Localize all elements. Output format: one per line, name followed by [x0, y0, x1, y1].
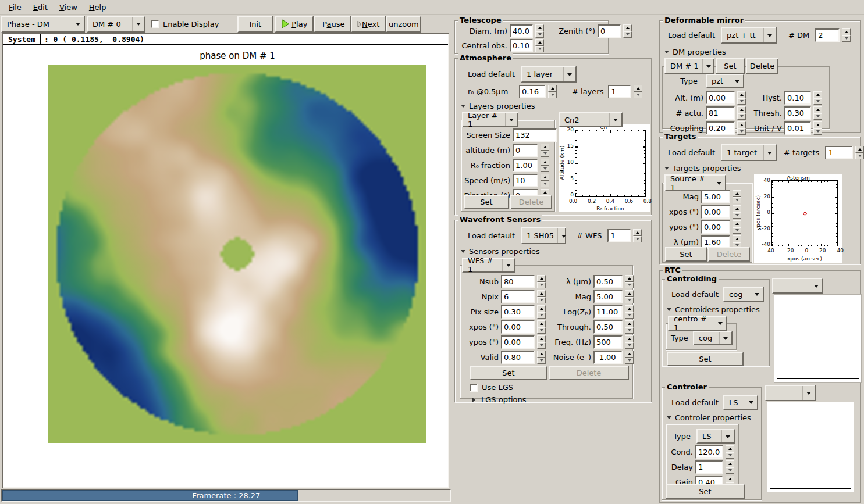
display-type-combo[interactable]: Phase - DM	[1, 16, 85, 33]
diam-input[interactable]	[510, 24, 533, 38]
menu-file[interactable]: File	[3, 1, 27, 13]
mag-spin-buttons[interactable]	[625, 290, 634, 303]
ypos-input[interactable]	[501, 335, 535, 349]
ypos-spin-buttons[interactable]	[537, 335, 546, 349]
xpos-spin-buttons[interactable]	[537, 320, 546, 334]
targets-load-default-combo[interactable]: 1 target	[721, 144, 777, 161]
mag-spin-buttons[interactable]	[733, 190, 741, 203]
through-input[interactable]	[593, 320, 623, 334]
wfs-load-default-combo[interactable]: 1 SH05	[521, 227, 566, 244]
npix-input[interactable]	[501, 290, 535, 303]
xpos-spin-buttons[interactable]	[733, 205, 741, 219]
controler-load-default-combo[interactable]: LS	[723, 395, 758, 410]
mag-input[interactable]	[701, 190, 730, 203]
zenith-input[interactable]	[598, 24, 621, 38]
thresh-input[interactable]	[784, 106, 811, 120]
lgs-options-expander[interactable]: LGS options	[471, 395, 527, 404]
targets-count-spin[interactable]	[855, 146, 864, 159]
unit-v-input[interactable]	[784, 121, 811, 135]
alt-spin-buttons[interactable]	[737, 91, 746, 105]
targets-count-input[interactable]	[825, 146, 853, 159]
layers-properties-expander[interactable]: Layers properties	[461, 102, 535, 110]
centroiders-properties-expander[interactable]: Centroiders properties	[667, 305, 760, 314]
delay-spin-buttons[interactable]	[726, 460, 734, 474]
controler-type-combo[interactable]: LS	[696, 429, 735, 444]
lambda-spin-buttons[interactable]	[625, 275, 634, 288]
targets-delete-button[interactable]: Delete	[708, 247, 750, 262]
speed-spin-buttons[interactable]	[541, 174, 549, 187]
use-lgs-checkbox[interactable]	[470, 384, 478, 392]
centroiding-load-default-combo[interactable]: cog	[723, 287, 764, 302]
dm-load-default-combo[interactable]: pzt + tt	[721, 27, 777, 44]
controler-properties-expander[interactable]: Controler properties	[667, 413, 751, 422]
alt-input[interactable]	[706, 91, 735, 105]
menu-edit[interactable]: Edit	[28, 1, 53, 13]
sensors-properties-expander[interactable]: Sensors properties	[461, 247, 540, 256]
play-button[interactable]: Play	[275, 16, 314, 33]
nsub-spin-buttons[interactable]	[537, 275, 546, 288]
log-zp-spin-buttons[interactable]	[625, 305, 634, 319]
dm-set-button[interactable]: Set	[716, 58, 745, 74]
targets-properties-expander[interactable]: Targets properties	[664, 164, 741, 173]
dm-properties-expander[interactable]: DM properties	[664, 48, 726, 56]
r0-fraction-input[interactable]	[513, 159, 538, 172]
menu-view[interactable]: View	[54, 1, 83, 13]
dm-type-combo[interactable]: pzt	[706, 74, 744, 88]
unzoom-button[interactable]: unzoom	[386, 16, 421, 33]
centroiding-plot-select-combo[interactable]	[772, 278, 823, 294]
dm-select-combo[interactable]: DM # 1	[664, 58, 714, 74]
diam-spin-buttons[interactable]	[535, 24, 544, 38]
centroiding-set-button[interactable]: Set	[667, 352, 744, 366]
nactu-spin-buttons[interactable]	[737, 106, 746, 120]
atm-load-default-combo[interactable]: 1 layer	[521, 66, 577, 83]
lambda-input[interactable]	[593, 275, 623, 288]
hyst-input[interactable]	[784, 91, 811, 105]
controler-plot-select-combo[interactable]	[765, 385, 816, 401]
xpos-input[interactable]	[701, 205, 730, 219]
noise-spin-buttons[interactable]	[625, 351, 634, 364]
altitude-spin-buttons[interactable]	[541, 144, 549, 157]
r0-fraction-spin-buttons[interactable]	[541, 159, 549, 172]
menu-help[interactable]: Help	[84, 1, 112, 13]
freq-spin-buttons[interactable]	[625, 335, 634, 349]
central-obs-spin-buttons[interactable]	[535, 39, 544, 52]
coupling-input[interactable]	[706, 121, 735, 135]
zenith-spin-buttons[interactable]	[623, 24, 632, 38]
source-select-combo[interactable]: Source # 1	[664, 174, 726, 191]
cond-spin-buttons[interactable]	[726, 445, 734, 459]
freq-input[interactable]	[593, 335, 623, 349]
dm-selector-combo[interactable]: DM # 0	[87, 16, 145, 33]
log-zp-input[interactable]	[593, 305, 623, 319]
mag-input[interactable]	[593, 290, 623, 303]
centroider-select-combo[interactable]: centro # 1	[668, 316, 727, 331]
nactu-input[interactable]	[706, 106, 735, 120]
delay-input[interactable]	[695, 460, 723, 474]
wfs-select-combo[interactable]: WFS # 1	[462, 258, 515, 273]
hyst-spin-buttons[interactable]	[813, 91, 822, 105]
next-button[interactable]: Next	[351, 16, 386, 33]
valid-input[interactable]	[501, 351, 535, 364]
cond-input[interactable]	[695, 445, 723, 459]
through-spin-buttons[interactable]	[625, 320, 634, 334]
centroider-type-combo[interactable]: cog	[693, 331, 733, 345]
xpos-input[interactable]	[501, 320, 535, 334]
dm-count-input[interactable]	[815, 28, 840, 42]
atm-r0-spin[interactable]	[548, 85, 557, 98]
thresh-spin-buttons[interactable]	[813, 106, 822, 120]
atm-set-button[interactable]: Set	[464, 195, 509, 209]
valid-spin-buttons[interactable]	[537, 351, 546, 364]
enable-display-checkbox[interactable]	[151, 20, 159, 28]
unit-v-spin-buttons[interactable]	[813, 121, 822, 135]
ypos-input[interactable]	[701, 220, 730, 234]
wfs-delete-button[interactable]: Delete	[549, 366, 629, 380]
dm-delete-button[interactable]: Delete	[746, 58, 778, 74]
coupling-spin-buttons[interactable]	[737, 121, 746, 135]
phase-display-canvas[interactable]	[48, 65, 426, 443]
atm-plot-select-combo[interactable]: Cn2	[559, 112, 623, 127]
npix-spin-buttons[interactable]	[537, 290, 546, 303]
atm-r0-input[interactable]	[519, 85, 546, 98]
wfs-count-spin[interactable]	[633, 229, 642, 242]
init-button[interactable]: Init	[237, 16, 273, 33]
central-obs-input[interactable]	[510, 39, 533, 52]
ypos-spin-buttons[interactable]	[733, 220, 741, 234]
